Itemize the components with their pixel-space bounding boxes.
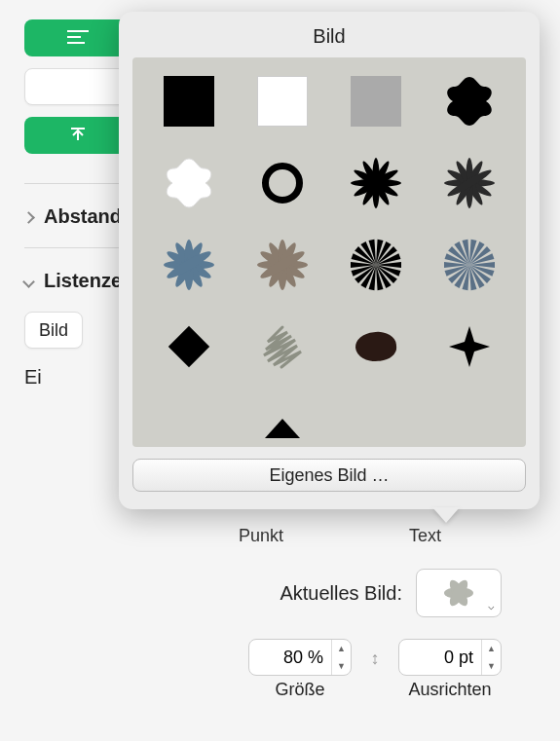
bullet-ring-black[interactable] xyxy=(252,153,313,213)
bullet-square-black[interactable] xyxy=(159,71,219,131)
stepper-up-icon: ▲ xyxy=(332,640,351,657)
current-image-picker[interactable]: ⌵ xyxy=(416,569,502,617)
column-label-punkt: Punkt xyxy=(239,526,283,546)
stepper-down-icon: ▼ xyxy=(332,657,351,675)
bullet-starburst-black[interactable] xyxy=(346,153,406,213)
column-label-text: Text xyxy=(409,526,441,546)
bullet-blob-brown[interactable] xyxy=(346,316,406,377)
list-type-value: Bild xyxy=(39,320,68,341)
stepper-down-icon: ▼ xyxy=(482,657,501,675)
bullet-sparkle-black[interactable] xyxy=(439,316,500,377)
bullet-grid xyxy=(132,57,526,447)
align-label: Ausrichten xyxy=(408,680,491,700)
align-stepper-group: ▲ ▼ Ausrichten xyxy=(398,639,502,700)
custom-image-button[interactable]: Eigenes Bild … xyxy=(132,459,526,492)
style-button[interactable] xyxy=(24,68,131,105)
bullet-square-white[interactable] xyxy=(252,71,313,131)
chevron-down-icon: ⌵ xyxy=(488,600,495,612)
bullet-starburst-warm[interactable] xyxy=(252,235,313,295)
chevron-right-icon xyxy=(24,210,38,224)
move-up-button[interactable] xyxy=(24,117,131,154)
align-left-icon xyxy=(67,29,89,47)
list-type-select[interactable]: Bild xyxy=(24,312,83,349)
bullet-sunburst-bw[interactable] xyxy=(346,235,406,295)
bullet-quatrefoil-white[interactable] xyxy=(159,153,219,213)
bullet-triangle-partial[interactable] xyxy=(252,398,313,447)
popover-title: Bild xyxy=(119,25,540,48)
bullet-scribble-gray[interactable] xyxy=(252,316,313,377)
custom-image-label: Eigenes Bild … xyxy=(269,465,389,486)
bullet-quatrefoil-black[interactable] xyxy=(439,71,500,131)
align-left-button[interactable] xyxy=(24,19,131,56)
current-image-label: Aktuelles Bild: xyxy=(280,582,402,605)
size-input[interactable] xyxy=(249,640,331,675)
size-label: Größe xyxy=(275,680,324,700)
size-stepper-group: ▲ ▼ Größe xyxy=(248,639,352,700)
stepper-up-icon: ▲ xyxy=(482,640,501,657)
align-stepper-buttons[interactable]: ▲ ▼ xyxy=(481,640,501,675)
bullet-starburst-steel[interactable] xyxy=(159,235,219,295)
spacing-section-label: Abstand xyxy=(44,205,122,228)
bullet-starburst-dark[interactable] xyxy=(439,153,500,213)
align-input[interactable] xyxy=(399,640,481,675)
image-bullet-popover: Bild xyxy=(119,12,540,509)
flower-bullet-icon xyxy=(439,574,478,612)
size-stepper-buttons[interactable]: ▲ ▼ xyxy=(331,640,351,675)
link-arrow-icon: ↕ xyxy=(363,648,387,690)
arrow-up-icon xyxy=(68,127,88,144)
popover-arrow xyxy=(432,507,460,523)
bullet-sunburst-steel[interactable] xyxy=(439,235,500,295)
chevron-down-icon xyxy=(24,275,38,288)
bullet-square-gray[interactable] xyxy=(346,71,406,131)
bullet-diamond-black[interactable] xyxy=(159,316,219,377)
